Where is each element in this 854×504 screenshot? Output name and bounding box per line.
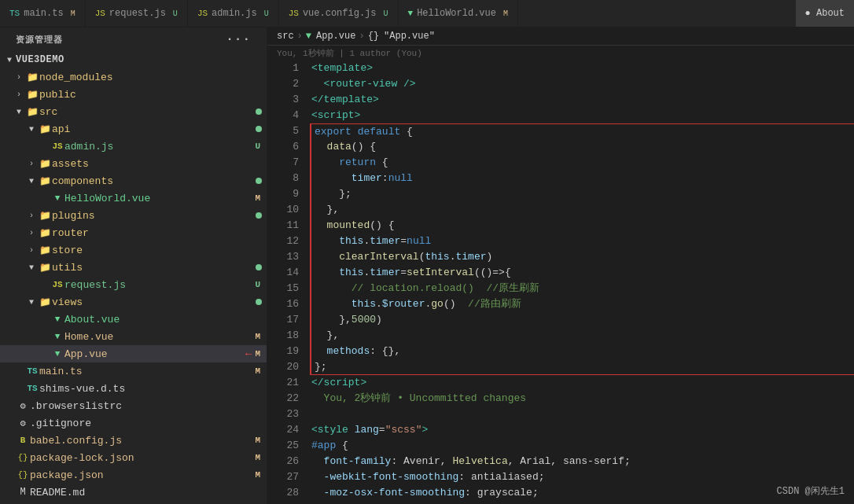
sidebar-item-browserslistrc[interactable]: ⚙ .browserslistrc (0, 397, 267, 414)
tab-label: main.ts (24, 8, 63, 19)
sidebar-item-router[interactable]: › 📁 router (0, 224, 267, 241)
bc-func-name[interactable]: "App.vue" (384, 31, 435, 42)
folder-icon: 📁 (38, 227, 52, 239)
chevron-down-icon: ▼ (25, 125, 38, 134)
file-icon: ⚙ (16, 418, 30, 429)
sidebar-item-plugins[interactable]: › 📁 plugins (0, 207, 267, 224)
git-badge: M (255, 470, 260, 480)
sidebar-item-main-ts[interactable]: TS main.ts M (0, 362, 267, 380)
json-file-icon: {} (16, 470, 30, 480)
ts-icon: TS (9, 9, 20, 18)
sidebar-dots-menu[interactable]: ··· (226, 32, 251, 46)
git-badge: U (255, 280, 260, 289)
vue-file-icon: ▼ (50, 332, 64, 341)
sidebar-item-about-vue[interactable]: ▼ About.vue (0, 311, 267, 328)
js-file-icon: JS (50, 142, 64, 151)
folder-label: router (52, 227, 267, 239)
folder-label: public (39, 89, 267, 101)
tab-badge-untracked: U (384, 9, 388, 18)
git-badge: M (255, 349, 260, 359)
sidebar-item-babel[interactable]: B babel.config.js M (0, 432, 267, 449)
git-badge: M (255, 453, 260, 462)
sidebar-item-request-js[interactable]: JS request.js U (0, 276, 267, 293)
folder-icon: 📁 (38, 158, 52, 170)
folder-label: src (39, 106, 256, 118)
folder-icon: 📁 (25, 106, 39, 118)
sidebar-item-package-lock[interactable]: {} package-lock.json M (0, 449, 267, 466)
folder-label: plugins (52, 210, 256, 222)
chevron-down-icon: ▼ (13, 108, 25, 116)
git-badge: M (255, 366, 260, 376)
sidebar-item-views[interactable]: ▼ 📁 views (0, 293, 267, 311)
blame-line: You, 1秒钟前 | 1 author (You) (267, 46, 854, 61)
git-dot (256, 109, 262, 115)
tab-label: HelloWorld.vue (417, 8, 496, 19)
chevron-right-icon: › (13, 90, 25, 99)
tab-badge-untracked: U (264, 9, 269, 18)
git-dot (256, 264, 262, 270)
vue-icon: ▼ (408, 9, 414, 18)
tab-admin-js[interactable]: JS admin.js U (188, 0, 279, 28)
folder-label: node_modules (39, 72, 267, 83)
sidebar-item-shims[interactable]: TS shims-vue.d.ts (0, 380, 267, 397)
tab-request-js[interactable]: JS request.js U (86, 0, 188, 28)
git-badge: M (255, 436, 260, 445)
folder-label: api (52, 123, 256, 135)
chevron-down-icon: ▼ (25, 298, 38, 307)
tree-root[interactable]: ▼ VUE3DEMO (0, 51, 267, 68)
sidebar-item-app-vue[interactable]: ▼ App.vue ← M (0, 345, 267, 362)
folder-icon: 📁 (38, 123, 52, 135)
sidebar-item-src[interactable]: ▼ 📁 src (0, 103, 267, 120)
file-label: shims-vue.d.ts (39, 383, 267, 395)
sidebar[interactable]: 资源管理器 ··· ▼ VUE3DEMO › 📁 node_modules › … (0, 28, 267, 504)
file-label: package.json (30, 469, 255, 481)
code-content[interactable]: <template> <router-view /></template><sc… (305, 61, 854, 504)
file-label: About.vue (64, 314, 267, 326)
tab-badge-modified: M (503, 9, 508, 18)
json-file-icon: {} (16, 453, 30, 462)
sidebar-item-public[interactable]: › 📁 public (0, 86, 267, 103)
sidebar-item-store[interactable]: › 📁 store (0, 241, 267, 259)
breadcrumb: src › ▼ App.vue › {} "App.vue" (267, 28, 854, 46)
sidebar-item-gitignore[interactable]: ⚙ .gitignore (0, 414, 267, 432)
tab-about[interactable]: ● About (796, 0, 854, 28)
js-icon: JS (289, 9, 299, 18)
breadcrumb-sep1: › (297, 31, 303, 42)
folder-icon: 📁 (38, 175, 52, 187)
chevron-down-icon: ▼ (3, 56, 16, 64)
tab-main-ts[interactable]: TS main.ts M (0, 0, 86, 28)
watermark: CSDN @闲先生1 (777, 484, 845, 498)
git-dot (256, 178, 262, 184)
sidebar-item-tsconfig[interactable]: {} tsconfig.json (0, 501, 267, 504)
tab-about-label: ● About (805, 8, 845, 19)
tab-vue-config[interactable]: JS vue.config.js U (279, 0, 399, 28)
folder-label: components (52, 175, 256, 187)
chevron-down-icon: ▼ (25, 263, 38, 272)
folder-icon: 📁 (38, 262, 52, 274)
js-file-icon: JS (50, 280, 64, 289)
root-label: VUE3DEMO (16, 54, 267, 65)
sidebar-item-home-vue[interactable]: ▼ Home.vue M (0, 328, 267, 345)
file-label: request.js (64, 279, 255, 291)
vue-file-icon: ▼ (50, 349, 64, 359)
file-label: Home.vue (64, 331, 255, 343)
code-editor[interactable]: 12345 678910 1112131415 1617181920 21222… (267, 61, 854, 504)
tab-badge-untracked: U (173, 9, 178, 18)
git-badge: M (255, 193, 260, 203)
sidebar-item-helloworld[interactable]: ▼ HelloWorld.vue M (0, 189, 267, 207)
sidebar-item-admin-js[interactable]: JS admin.js U (0, 138, 267, 155)
bc-vue-icon: ▼ (306, 31, 311, 42)
active-arrow-icon: ← (245, 348, 252, 360)
sidebar-item-readme[interactable]: M README.md (0, 484, 267, 501)
bc-app-vue[interactable]: App.vue (316, 31, 355, 42)
sidebar-item-package[interactable]: {} package.json M (0, 466, 267, 484)
sidebar-item-components[interactable]: ▼ 📁 components (0, 172, 267, 189)
tab-hello-world[interactable]: ▼ HelloWorld.vue M (399, 0, 518, 28)
sidebar-item-utils[interactable]: ▼ 📁 utils (0, 259, 267, 276)
file-label: .browserslistrc (30, 400, 267, 412)
sidebar-item-api[interactable]: ▼ 📁 api (0, 120, 267, 138)
sidebar-item-assets[interactable]: › 📁 assets (0, 155, 267, 172)
chevron-right-icon: › (25, 160, 38, 168)
sidebar-item-node-modules[interactable]: › 📁 node_modules (0, 68, 267, 86)
bc-src[interactable]: src (277, 31, 294, 42)
